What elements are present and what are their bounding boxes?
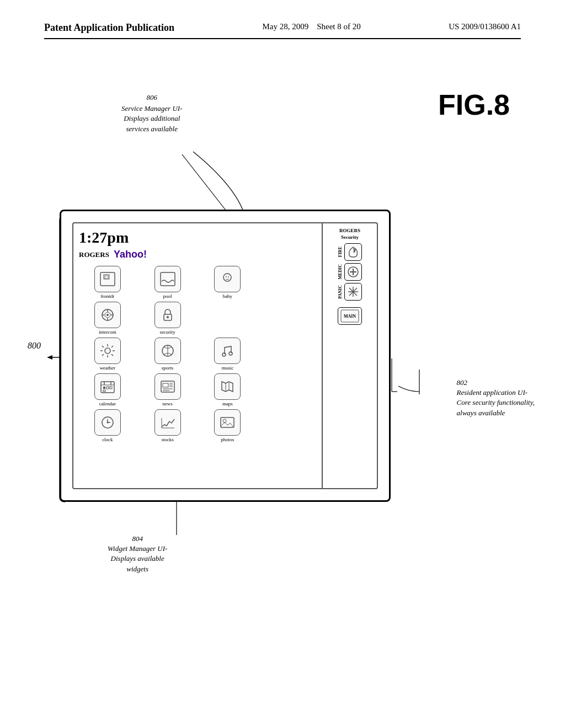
icon-pool: pool (139, 266, 196, 299)
icon-empty-5 (259, 373, 316, 406)
svg-point-35 (229, 352, 232, 355)
ref-800-label: 800 (28, 341, 41, 351)
annotation-802: 802 Resident application UI- Core securi… (457, 378, 535, 418)
svg-rect-9 (105, 276, 108, 279)
icon-maps: maps (199, 373, 257, 406)
security-provider: ROGERS (325, 228, 375, 233)
svg-rect-60 (221, 417, 234, 427)
svg-point-61 (223, 419, 226, 422)
device-frame: 1:27pm ROGERS Yahoo! frontdr (60, 210, 391, 502)
icon-empty-1 (259, 266, 316, 299)
annotation-806: 806 Service Manager UI- Displays additio… (121, 93, 182, 134)
medic-label: MEDIC (338, 264, 343, 280)
svg-point-22 (167, 316, 169, 318)
ref-804-number: 804 (108, 534, 167, 544)
icon-security: security (139, 302, 196, 335)
icon-baby: baby (199, 266, 257, 299)
icon-weather: weather (79, 338, 136, 371)
publication-title: Patent Application Publication (44, 22, 174, 34)
time-display: 1:27pm (79, 229, 316, 247)
icon-empty-2 (199, 302, 257, 335)
svg-line-28 (111, 354, 113, 356)
icon-intercom: intercom (79, 302, 136, 335)
icon-news: news (139, 373, 196, 406)
provider-row: ROGERS Yahoo! (79, 249, 316, 260)
page-header: Patent Application Publication May 28, 2… (44, 22, 521, 39)
svg-line-27 (102, 346, 104, 347)
svg-marker-51 (222, 382, 233, 392)
medic-icon[interactable] (344, 263, 362, 281)
svg-point-13 (228, 276, 229, 277)
svg-line-29 (111, 346, 113, 347)
icon-sports: sports (139, 338, 196, 371)
svg-rect-40 (103, 387, 105, 389)
icon-empty-6 (259, 409, 316, 442)
svg-point-34 (222, 353, 226, 356)
header-info: May 28, 2009 Sheet 8 of 20 (262, 22, 360, 31)
icon-frontdr: frontdr (79, 266, 136, 299)
ref-806-number: 806 (121, 93, 182, 103)
fire-row: FIRE (325, 243, 375, 261)
svg-rect-43 (103, 390, 105, 392)
panic-row: PANIC (325, 283, 375, 301)
svg-point-57 (106, 422, 108, 424)
svg-point-12 (226, 276, 227, 277)
date: May 28, 2009 (262, 22, 308, 31)
fire-label: FIRE (338, 247, 343, 257)
icon-stocks: stocks (139, 409, 196, 442)
left-panel: 1:27pm ROGERS Yahoo! frontdr (73, 223, 322, 488)
icon-calendar: calendar (79, 373, 136, 406)
icon-clock: clock (79, 409, 136, 442)
provider-name: ROGERS (79, 250, 109, 259)
ref-802-number: 802 (457, 378, 535, 388)
svg-rect-41 (106, 387, 109, 389)
icon-photos: photos (199, 409, 257, 442)
panic-label: PANIC (338, 285, 343, 299)
svg-point-31 (105, 348, 110, 354)
svg-rect-42 (110, 387, 112, 389)
fire-icon[interactable] (344, 243, 362, 261)
patent-number: US 2009/0138600 A1 (449, 22, 521, 31)
main-button[interactable]: MAIN (338, 307, 362, 325)
icon-empty-3 (259, 302, 316, 335)
panic-icon[interactable] (344, 283, 362, 301)
svg-line-0 (182, 154, 232, 218)
sheet-info: Sheet 8 of 20 (317, 22, 361, 31)
security-label: Security (325, 234, 375, 240)
svg-rect-45 (163, 383, 168, 387)
icon-empty-4 (259, 338, 316, 371)
figure-label: FIG.8 (438, 88, 510, 121)
icon-music: music (199, 338, 257, 371)
medic-row: MEDIC (325, 263, 375, 281)
screen-inner: 1:27pm ROGERS Yahoo! frontdr (72, 222, 378, 489)
svg-point-11 (223, 274, 231, 281)
svg-text:MAIN: MAIN (344, 314, 356, 319)
yahoo-logo: Yahoo! (114, 249, 147, 260)
svg-marker-5 (47, 355, 52, 360)
svg-point-16 (106, 314, 109, 316)
annotation-804: 804 Widget Manager UI- Displays availabl… (108, 534, 167, 574)
main-btn-container: MAIN (325, 307, 375, 327)
security-panel: ROGERS Security FIRE MEDIC PANIC (322, 223, 377, 488)
svg-rect-10 (161, 272, 175, 286)
svg-line-30 (102, 354, 104, 356)
